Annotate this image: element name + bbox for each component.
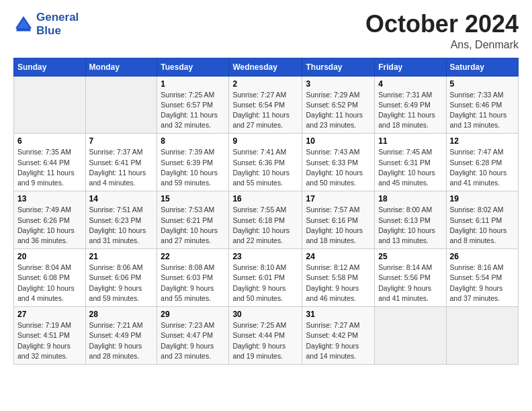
day-info: Sunrise: 7:27 AMSunset: 6:54 PMDaylight:… — [232, 90, 298, 131]
logo: General Blue — [13, 11, 79, 38]
day-info: Sunrise: 7:29 AMSunset: 6:52 PMDaylight:… — [306, 90, 371, 131]
title-block: October 2024 Ans, Denmark — [365, 11, 519, 51]
calendar-cell: 31Sunrise: 7:27 AMSunset: 4:42 PMDayligh… — [302, 307, 375, 365]
calendar-cell: 12Sunrise: 7:47 AMSunset: 6:28 PMDayligh… — [446, 134, 519, 191]
calendar-cell: 15Sunrise: 7:53 AMSunset: 6:21 PMDayligh… — [157, 191, 229, 249]
calendar-cell: 20Sunrise: 8:04 AMSunset: 6:08 PMDayligh… — [14, 249, 86, 307]
day-number: 7 — [89, 136, 154, 146]
month-title: October 2024 — [365, 11, 519, 38]
day-info: Sunrise: 8:06 AMSunset: 6:06 PMDaylight:… — [89, 263, 154, 304]
calendar-cell: 7Sunrise: 7:37 AMSunset: 6:41 PMDaylight… — [85, 134, 157, 191]
calendar-week-row: 6Sunrise: 7:35 AMSunset: 6:44 PMDaylight… — [14, 134, 519, 191]
svg-rect-3 — [17, 28, 31, 32]
day-number: 15 — [161, 194, 225, 203]
logo-text: General Blue — [36, 11, 79, 38]
calendar-cell: 1Sunrise: 7:25 AMSunset: 6:57 PMDaylight… — [157, 76, 229, 134]
day-number: 21 — [89, 252, 154, 261]
day-info: Sunrise: 8:10 AMSunset: 6:01 PMDaylight:… — [232, 263, 298, 304]
day-number: 8 — [161, 136, 225, 146]
weekday-header: Monday — [85, 58, 157, 76]
day-info: Sunrise: 7:25 AMSunset: 6:57 PMDaylight:… — [161, 90, 225, 131]
day-number: 22 — [161, 252, 225, 261]
calendar-cell: 8Sunrise: 7:39 AMSunset: 6:39 PMDaylight… — [157, 134, 229, 191]
calendar-cell: 21Sunrise: 8:06 AMSunset: 6:06 PMDayligh… — [85, 249, 157, 307]
calendar-cell: 19Sunrise: 8:02 AMSunset: 6:11 PMDayligh… — [446, 191, 519, 249]
calendar-cell: 28Sunrise: 7:21 AMSunset: 4:49 PMDayligh… — [85, 307, 157, 365]
calendar-cell: 30Sunrise: 7:25 AMSunset: 4:44 PMDayligh… — [229, 307, 302, 365]
day-number: 13 — [17, 194, 82, 203]
calendar-cell: 25Sunrise: 8:14 AMSunset: 5:56 PMDayligh… — [375, 249, 446, 307]
day-info: Sunrise: 7:27 AMSunset: 4:42 PMDaylight:… — [306, 320, 371, 361]
day-number: 14 — [89, 194, 154, 203]
day-info: Sunrise: 7:23 AMSunset: 4:47 PMDaylight:… — [161, 320, 225, 361]
day-number: 28 — [89, 310, 154, 319]
day-info: Sunrise: 7:21 AMSunset: 4:49 PMDaylight:… — [89, 320, 154, 361]
day-number: 26 — [450, 252, 515, 261]
calendar-cell — [375, 307, 446, 365]
day-number: 1 — [161, 79, 225, 89]
logo-icon — [13, 14, 34, 34]
day-info: Sunrise: 7:43 AMSunset: 6:33 PMDaylight:… — [306, 147, 371, 188]
day-number: 19 — [450, 194, 515, 203]
day-info: Sunrise: 7:53 AMSunset: 6:21 PMDaylight:… — [161, 205, 225, 246]
calendar-cell: 13Sunrise: 7:49 AMSunset: 6:26 PMDayligh… — [14, 191, 86, 249]
day-number: 5 — [450, 79, 515, 89]
day-number: 25 — [378, 252, 442, 261]
day-info: Sunrise: 7:57 AMSunset: 6:16 PMDaylight:… — [306, 205, 371, 246]
page: General Blue October 2024 Ans, Denmark S… — [0, 0, 532, 378]
day-info: Sunrise: 7:35 AMSunset: 6:44 PMDaylight:… — [17, 147, 82, 188]
weekday-header: Sunday — [14, 58, 86, 76]
day-number: 2 — [232, 79, 298, 89]
calendar-header-row: SundayMondayTuesdayWednesdayThursdayFrid… — [14, 58, 519, 76]
day-number: 16 — [232, 194, 298, 203]
day-info: Sunrise: 8:04 AMSunset: 6:08 PMDaylight:… — [17, 263, 82, 304]
day-number: 31 — [306, 310, 371, 319]
header: General Blue October 2024 Ans, Denmark — [13, 11, 519, 51]
calendar-cell: 16Sunrise: 7:55 AMSunset: 6:18 PMDayligh… — [229, 191, 302, 249]
day-info: Sunrise: 7:41 AMSunset: 6:36 PMDaylight:… — [232, 147, 298, 188]
calendar-week-row: 20Sunrise: 8:04 AMSunset: 6:08 PMDayligh… — [14, 249, 519, 307]
day-number: 20 — [17, 252, 82, 261]
calendar-cell: 26Sunrise: 8:16 AMSunset: 5:54 PMDayligh… — [446, 249, 519, 307]
day-info: Sunrise: 8:02 AMSunset: 6:11 PMDaylight:… — [450, 205, 515, 246]
day-info: Sunrise: 7:19 AMSunset: 4:51 PMDaylight:… — [17, 320, 82, 361]
day-info: Sunrise: 7:31 AMSunset: 6:49 PMDaylight:… — [378, 90, 442, 131]
day-number: 30 — [232, 310, 298, 319]
calendar-cell: 24Sunrise: 8:12 AMSunset: 5:58 PMDayligh… — [302, 249, 375, 307]
calendar-cell: 17Sunrise: 7:57 AMSunset: 6:16 PMDayligh… — [302, 191, 375, 249]
day-number: 10 — [306, 136, 371, 146]
calendar-cell: 3Sunrise: 7:29 AMSunset: 6:52 PMDaylight… — [302, 76, 375, 134]
calendar-week-row: 27Sunrise: 7:19 AMSunset: 4:51 PMDayligh… — [14, 307, 519, 365]
day-info: Sunrise: 7:45 AMSunset: 6:31 PMDaylight:… — [378, 147, 442, 188]
day-info: Sunrise: 8:16 AMSunset: 5:54 PMDaylight:… — [450, 263, 515, 304]
calendar-cell — [446, 307, 519, 365]
calendar-cell: 29Sunrise: 7:23 AMSunset: 4:47 PMDayligh… — [157, 307, 229, 365]
day-number: 4 — [378, 79, 442, 89]
day-number: 12 — [450, 136, 515, 146]
location-title: Ans, Denmark — [365, 39, 519, 51]
day-number: 18 — [378, 194, 442, 203]
calendar-cell: 10Sunrise: 7:43 AMSunset: 6:33 PMDayligh… — [302, 134, 375, 191]
calendar-table: SundayMondayTuesdayWednesdayThursdayFrid… — [13, 58, 519, 365]
day-info: Sunrise: 8:14 AMSunset: 5:56 PMDaylight:… — [378, 263, 442, 304]
day-info: Sunrise: 8:08 AMSunset: 6:03 PMDaylight:… — [161, 263, 225, 304]
day-number: 27 — [17, 310, 82, 319]
calendar-cell: 2Sunrise: 7:27 AMSunset: 6:54 PMDaylight… — [229, 76, 302, 134]
day-info: Sunrise: 7:49 AMSunset: 6:26 PMDaylight:… — [17, 205, 82, 246]
calendar-cell: 9Sunrise: 7:41 AMSunset: 6:36 PMDaylight… — [229, 134, 302, 191]
weekday-header: Saturday — [446, 58, 519, 76]
day-info: Sunrise: 7:25 AMSunset: 4:44 PMDaylight:… — [232, 320, 298, 361]
day-info: Sunrise: 7:47 AMSunset: 6:28 PMDaylight:… — [450, 147, 515, 188]
day-number: 9 — [232, 136, 298, 146]
calendar-cell: 14Sunrise: 7:51 AMSunset: 6:23 PMDayligh… — [85, 191, 157, 249]
weekday-header: Tuesday — [157, 58, 229, 76]
day-info: Sunrise: 8:12 AMSunset: 5:58 PMDaylight:… — [306, 263, 371, 304]
day-info: Sunrise: 7:39 AMSunset: 6:39 PMDaylight:… — [161, 147, 225, 188]
day-info: Sunrise: 7:55 AMSunset: 6:18 PMDaylight:… — [232, 205, 298, 246]
day-number: 17 — [306, 194, 371, 203]
calendar-cell: 18Sunrise: 8:00 AMSunset: 6:13 PMDayligh… — [375, 191, 446, 249]
calendar-cell: 4Sunrise: 7:31 AMSunset: 6:49 PMDaylight… — [375, 76, 446, 134]
calendar-cell: 23Sunrise: 8:10 AMSunset: 6:01 PMDayligh… — [229, 249, 302, 307]
weekday-header: Friday — [375, 58, 446, 76]
calendar-cell: 27Sunrise: 7:19 AMSunset: 4:51 PMDayligh… — [14, 307, 86, 365]
